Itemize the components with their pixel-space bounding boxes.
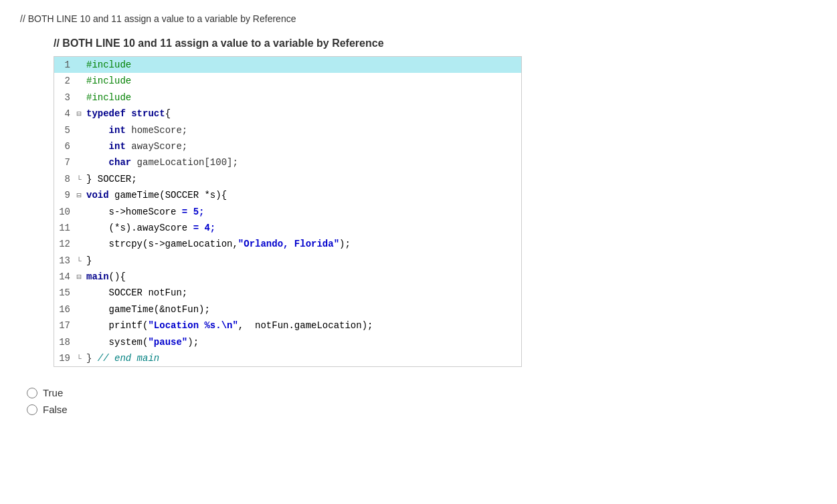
option-label-true: True — [43, 387, 63, 398]
code-content: (*s).awayScore = 4; — [84, 221, 215, 235]
main-comment: // BOTH LINE 10 and 11 assign a value to… — [54, 37, 817, 49]
code-line: 5 int homeScore; — [54, 122, 521, 138]
code-line: 9⊟void gameTime(SOCCER *s){ — [54, 187, 521, 203]
code-content: void gameTime(SOCCER *s){ — [84, 188, 227, 203]
fold-indicator: ⊟ — [74, 271, 84, 284]
code-content: } — [84, 253, 92, 268]
code-line: 1#include — [54, 57, 521, 73]
line-number: 9 — [54, 188, 74, 203]
line-number: 18 — [54, 335, 74, 350]
line-number: 6 — [54, 139, 74, 154]
code-line: 7 char gameLocation[100]; — [54, 154, 521, 170]
top-comment: // BOTH LINE 10 and 11 assign a value to… — [20, 13, 817, 24]
code-line: 16 gameTime(&notFun); — [54, 301, 521, 318]
radio-true[interactable] — [27, 388, 37, 398]
code-line: 2#include — [54, 73, 521, 89]
code-content: s->homeScore = 5; — [84, 205, 204, 219]
code-line: 8└} SOCCER; — [54, 171, 521, 187]
code-line: 3#include — [54, 90, 521, 106]
code-line: 14⊟main(){ — [54, 269, 521, 285]
code-content: } // end main — [84, 351, 159, 366]
line-number: 12 — [54, 237, 74, 251]
line-number: 1 — [54, 57, 74, 72]
code-content: char gameLocation[100]; — [84, 155, 238, 170]
code-content: system("pause"); — [84, 335, 199, 350]
line-number: 15 — [54, 285, 74, 300]
code-line: 17 printf("Location %s.\n", notFun.gameL… — [54, 318, 521, 334]
code-content: SOCCER notFun; — [84, 285, 187, 300]
line-number: 3 — [54, 90, 74, 105]
code-line: 19└} // end main — [54, 350, 521, 366]
line-number: 2 — [54, 74, 74, 88]
radio-false[interactable] — [27, 404, 37, 415]
fold-indicator: └ — [74, 255, 84, 268]
code-content: gameTime(&notFun); — [84, 302, 210, 317]
line-number: 8 — [54, 172, 74, 186]
code-line: 10 s->homeScore = 5; — [54, 204, 521, 220]
code-line: 12 strcpy(s->gameLocation,"Orlando, Flor… — [54, 236, 521, 252]
code-content: #include — [84, 74, 137, 88]
line-number: 5 — [54, 123, 74, 138]
code-content: main(){ — [84, 269, 126, 284]
line-number: 7 — [54, 155, 74, 170]
code-content: int homeScore; — [84, 123, 187, 138]
line-number: 17 — [54, 318, 74, 333]
code-line: 15 SOCCER notFun; — [54, 285, 521, 301]
code-content: #include — [84, 57, 137, 72]
fold-indicator: ⊟ — [74, 108, 84, 121]
fold-indicator: └ — [74, 174, 84, 186]
code-line: 4⊟typedef struct{ — [54, 106, 521, 122]
option-item-false[interactable]: False — [27, 404, 817, 415]
code-content: #include — [84, 90, 137, 105]
line-number: 11 — [54, 221, 74, 235]
code-content: printf("Location %s.\n", notFun.gameLoca… — [84, 318, 373, 333]
fold-indicator: ⊟ — [74, 190, 84, 203]
fold-indicator: └ — [74, 353, 84, 366]
code-line: 13└} — [54, 253, 521, 269]
code-content: typedef struct{ — [84, 106, 171, 121]
line-number: 14 — [54, 269, 74, 284]
code-content: strcpy(s->gameLocation,"Orlando, Florida… — [84, 237, 351, 251]
line-number: 13 — [54, 253, 74, 268]
line-number: 16 — [54, 302, 74, 317]
code-line: 18 system("pause"); — [54, 334, 521, 350]
code-content: int awayScore; — [84, 139, 187, 154]
line-number: 10 — [54, 205, 74, 219]
code-block: 1#include 2#include 3#include 4⊟typedef … — [54, 56, 522, 367]
option-label-false: False — [43, 404, 68, 415]
option-item-true[interactable]: True — [27, 387, 817, 398]
options-section: TrueFalse — [27, 387, 817, 415]
code-line: 11 (*s).awayScore = 4; — [54, 220, 521, 236]
code-line: 6 int awayScore; — [54, 138, 521, 154]
code-content: } SOCCER; — [84, 172, 137, 186]
line-number: 4 — [54, 106, 74, 121]
line-number: 19 — [54, 351, 74, 366]
